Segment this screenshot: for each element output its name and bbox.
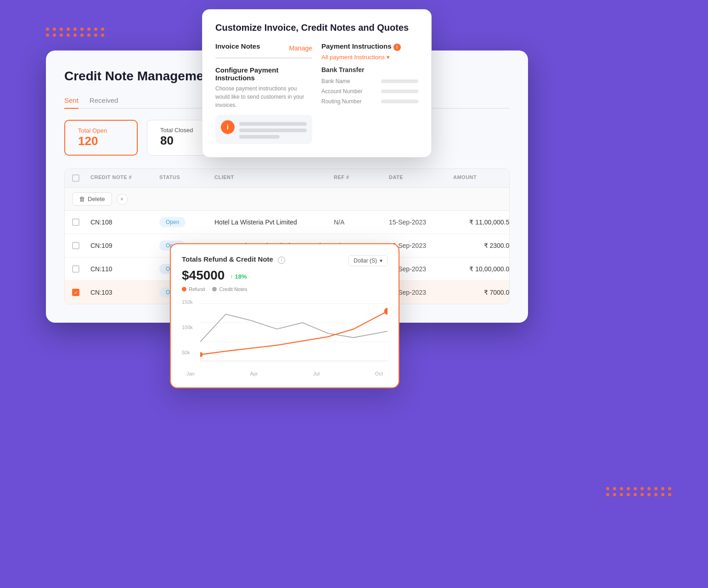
bank-transfer-title: Bank Transfer (321, 66, 418, 73)
select-all-checkbox[interactable] (72, 174, 79, 182)
table-row: CN:108 Open Hotel La Wisteria Pvt Limite… (65, 211, 509, 234)
modal-right-col: Payment Instructions i All payment Instr… (321, 42, 418, 144)
chevron-down-icon: ▾ (387, 54, 390, 61)
row-checkbox-0[interactable] (72, 218, 79, 226)
chart-modal: Totals Refund & Credit Note i Dollar (S)… (170, 243, 399, 388)
cn-number-3: CN:103 (90, 289, 159, 296)
amount-0: ₹ 11,00,000.50 (453, 218, 510, 226)
chart-info-icon: i (278, 257, 285, 264)
row-checkbox-3[interactable]: ✓ (72, 289, 79, 296)
config-desc: Choose payment instructions you would li… (215, 84, 312, 109)
tab-sent[interactable]: Sent (64, 93, 79, 109)
amount-1: ₹ 2300.00 (453, 242, 510, 249)
info-lines (239, 120, 307, 139)
info-line-1 (239, 122, 307, 126)
currency-selector[interactable]: Dollar (S) ▾ (348, 255, 388, 266)
info-line-3 (239, 135, 280, 139)
chart-growth: ↑ 18% (230, 273, 247, 280)
status-badge-0: Open (159, 217, 214, 227)
chart-container: 150k 100k 50k (182, 299, 388, 369)
refund-start-dot (200, 352, 203, 357)
info-placeholder: i (215, 115, 312, 144)
col-checkbox (72, 174, 90, 182)
total-closed-value: 80 (160, 134, 207, 148)
modal-left-col: Invoice Notes Manage Configure Payment I… (215, 42, 312, 144)
routing-number-input[interactable] (381, 100, 418, 103)
delete-button[interactable]: 🗑 Delete (72, 192, 112, 206)
ref-0: N/A (334, 218, 389, 226)
credit-notes-polyline (200, 314, 388, 342)
date-0: 15-Sep-2023 (389, 218, 453, 226)
refund-end-dot (384, 308, 388, 315)
chart-legend: Refund Credit Notes (182, 286, 388, 292)
config-section: Configure Payment Instructions Choose pa… (215, 66, 312, 144)
customize-modal: Customize Invoice, Credit Notes and Quot… (202, 9, 432, 157)
tab-received[interactable]: Received (90, 93, 118, 109)
amount-3: ₹ 7000.00 (453, 289, 510, 296)
row-checkbox-2[interactable] (72, 265, 79, 273)
account-number-label: Account Number (321, 88, 376, 95)
col-ref: REF # (334, 174, 389, 182)
col-amount: AMOUNT (453, 174, 510, 182)
col-date: DATE (389, 174, 453, 182)
modal-title: Customize Invoice, Credit Notes and Quot… (215, 22, 418, 33)
refund-polyline (200, 311, 388, 355)
all-payment-instructions-link[interactable]: All payment Instructions ▾ (321, 54, 418, 61)
chart-title: Totals Refund & Credit Note (182, 255, 273, 263)
routing-number-field: Routing Number (321, 98, 418, 105)
total-open-label: Total Open (78, 127, 124, 134)
info-icon: i (221, 120, 235, 134)
amount-2: ₹ 10,00,000.00 (453, 265, 510, 273)
decorative-dots-top (46, 28, 104, 37)
decorative-dots-bottom (606, 487, 671, 496)
invoice-notes-title: Invoice Notes (215, 42, 260, 50)
cn-number-0: CN:108 (90, 218, 159, 226)
total-open-value: 120 (78, 134, 124, 148)
info-line-2 (239, 129, 307, 132)
credit-notes-dot (212, 287, 217, 291)
col-credit-note: CREDIT NOTE # (90, 174, 159, 182)
chevron-down-icon: ▾ (380, 258, 382, 264)
refund-dot (182, 287, 186, 291)
legend-credit-notes: Credit Notes (212, 286, 247, 292)
x-axis-labels: Jan Apr Jul Oct (182, 371, 388, 376)
bank-name-field: Bank Name (321, 78, 418, 84)
action-bar: 🗑 Delete × (65, 188, 509, 211)
chart-amount-row: $45000 ↑ 18% (182, 268, 388, 285)
manage-link[interactable]: Manage (289, 45, 312, 52)
chart-svg (200, 299, 388, 367)
client-0: Hotel La Wisteria Pvt Limited (214, 218, 334, 226)
col-status: STATUS (159, 174, 214, 182)
cn-number-1: CN:109 (90, 242, 159, 249)
account-number-input[interactable] (381, 90, 418, 93)
account-number-field: Account Number (321, 88, 418, 95)
config-title: Configure Payment Instructions (215, 66, 312, 82)
divider (215, 57, 312, 59)
payment-info-icon: i (393, 44, 401, 51)
table-header: CREDIT NOTE # STATUS CLIENT REF # DATE A… (65, 169, 509, 188)
legend-refund: Refund (182, 286, 205, 292)
row-checkbox-1[interactable] (72, 242, 79, 249)
chart-title-group: Totals Refund & Credit Note i (182, 255, 285, 264)
col-client: CLIENT (214, 174, 334, 182)
bank-name-input[interactable] (381, 79, 418, 83)
total-open-box: Total Open 120 (64, 120, 138, 156)
cn-number-2: CN:110 (90, 265, 159, 273)
close-action-button[interactable]: × (117, 194, 128, 205)
y-axis-labels: 150k 100k 50k (182, 299, 193, 355)
routing-number-label: Routing Number (321, 98, 376, 105)
chart-header: Totals Refund & Credit Note i Dollar (S)… (182, 255, 388, 266)
total-closed-label: Total Closed (160, 127, 207, 134)
bank-name-label: Bank Name (321, 78, 376, 84)
modal-grid: Invoice Notes Manage Configure Payment I… (215, 42, 418, 144)
chart-amount: $45000 (182, 268, 225, 283)
trash-icon: 🗑 (79, 196, 85, 202)
payment-instructions-title: Payment Instructions (321, 42, 392, 50)
